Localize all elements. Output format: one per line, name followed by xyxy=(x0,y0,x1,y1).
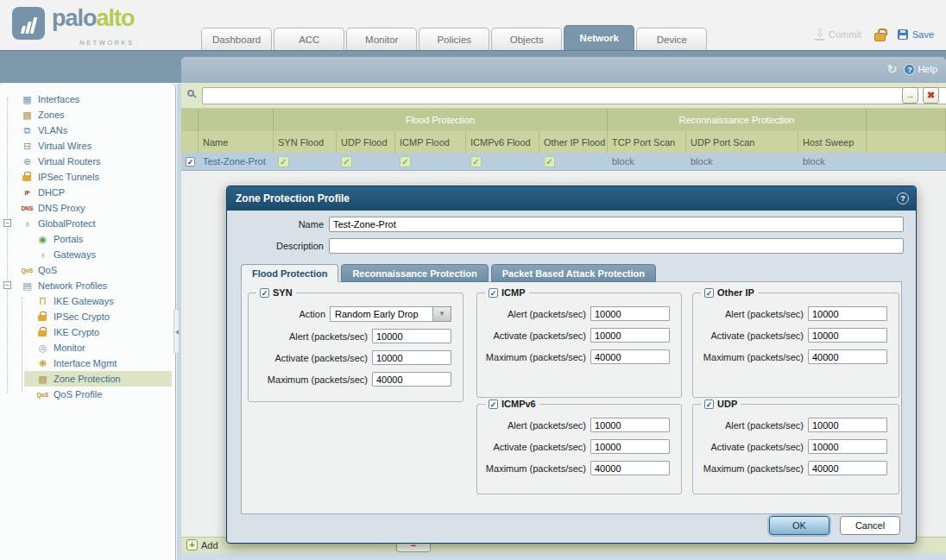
apply-filter-button[interactable]: → xyxy=(902,87,918,104)
sidebar-item-zones[interactable]: ▩Zones xyxy=(0,107,175,123)
table-row[interactable]: ✓ Test-Zone-Prot ✓ ✓ ✓ ✓ ✓ block block b… xyxy=(181,153,946,171)
udp-checkbox[interactable]: ✓ xyxy=(704,400,714,409)
tab-dashboard[interactable]: Dashboard xyxy=(201,28,272,50)
col-other-ip-flood[interactable]: Other IP Flood xyxy=(539,131,608,153)
row-name[interactable]: Test-Zone-Prot xyxy=(199,153,274,170)
filter-input[interactable] xyxy=(202,87,946,104)
dialog-tab-packet-based-attack-protection[interactable]: Packet Based Attack Protection xyxy=(491,264,656,282)
col-tcp-port-scan[interactable]: TCP Port Scan xyxy=(608,131,686,153)
icmpv6-alert-input[interactable] xyxy=(590,418,670,432)
ok-button[interactable]: OK xyxy=(769,516,829,535)
tab-policies[interactable]: Policies xyxy=(419,28,489,50)
icmpv6-maximum-input[interactable] xyxy=(590,461,670,475)
description-label: Description xyxy=(227,241,329,251)
activate-label: Activate (packets/sec) xyxy=(493,442,586,452)
alert-label: Alert (packets/sec) xyxy=(725,309,804,319)
col-udp-flood[interactable]: UDP Flood xyxy=(337,131,395,153)
syn-checkbox[interactable]: ✓ xyxy=(260,288,269,298)
other-ip-maximum-input[interactable] xyxy=(808,349,887,364)
tab-acc[interactable]: ACC xyxy=(274,28,344,50)
icmp-flood-enabled-icon: ✓ xyxy=(400,156,411,167)
dialog-tab-flood-protection[interactable]: Flood Protection xyxy=(241,264,338,282)
chevron-down-icon[interactable]: ▼ xyxy=(433,306,451,322)
sidebar-item-portals[interactable]: ◉Portals xyxy=(0,231,175,247)
syn-alert-input[interactable] xyxy=(372,329,451,343)
sidebar-item-dns-proxy[interactable]: DNSDNS Proxy xyxy=(0,200,175,216)
add-label: Add xyxy=(201,540,218,551)
sidebar-item-vlans[interactable]: ⧉VLANs xyxy=(0,123,175,138)
col-syn-flood[interactable]: SYN Flood xyxy=(274,131,337,153)
col-udp-port-scan[interactable]: UDP Port Scan xyxy=(686,131,798,153)
clear-filter-button[interactable]: ✖ xyxy=(923,87,939,104)
sidebar-item-qos-profile[interactable]: QoSQoS Profile xyxy=(0,387,175,402)
ike-crypto-icon xyxy=(36,327,49,338)
help-button[interactable]: ? Help xyxy=(904,64,937,75)
name-input[interactable] xyxy=(329,217,904,232)
col-name[interactable]: Name xyxy=(199,131,274,153)
sidebar-item-interfaces[interactable]: ▦Interfaces xyxy=(0,91,175,107)
dialog-tab-reconnaissance-protection[interactable]: Reconnaissance Protection xyxy=(341,264,488,282)
other-ip-checkbox[interactable]: ✓ xyxy=(704,288,714,298)
col-icmpv6-flood[interactable]: ICMPv6 Flood xyxy=(466,131,539,153)
activate-label: Activate (packets/sec) xyxy=(710,330,804,341)
sidebar-item-interface-mgmt[interactable]: ❋Interface Mgmt xyxy=(0,356,175,371)
tab-monitor[interactable]: Monitor xyxy=(346,28,417,50)
sidebar-item-monitor[interactable]: ◎Monitor xyxy=(0,340,175,356)
refresh-icon[interactable]: ↻ xyxy=(887,63,898,75)
icmp-checkbox[interactable]: ✓ xyxy=(489,288,498,298)
network-profiles-icon: ▤ xyxy=(21,280,34,292)
sidebar-item-zone-protection[interactable]: ▩Zone Protection xyxy=(24,371,172,387)
tab-objects[interactable]: Objects xyxy=(491,28,562,50)
ipsec-crypto-icon xyxy=(36,311,49,323)
tab-device[interactable]: Device xyxy=(636,28,707,50)
collapse-toggle-icon[interactable]: − xyxy=(3,219,11,227)
maximum-label: Maximum (packets/sec) xyxy=(703,352,804,362)
udp-alert-input[interactable] xyxy=(808,418,887,432)
sidebar-item-globalprotect[interactable]: −♁GlobalProtect xyxy=(0,216,175,231)
icmpv6-activate-input[interactable] xyxy=(590,439,670,454)
add-button[interactable]: + Add xyxy=(186,539,218,551)
sidebar-item-ike-gateways[interactable]: ΠIKE Gateways xyxy=(0,293,175,309)
sidebar-item-virtual-routers[interactable]: ⊕Virtual Routers xyxy=(0,154,175,169)
udp-activate-input[interactable] xyxy=(808,439,887,454)
cancel-button[interactable]: Cancel xyxy=(840,516,900,535)
icmpv6-checkbox[interactable]: ✓ xyxy=(489,400,498,409)
sidebar-item-ike-crypto[interactable]: IKE Crypto xyxy=(0,324,175,340)
group-header-recon: Reconnaissance Protection xyxy=(608,109,867,131)
unlock-icon[interactable] xyxy=(873,28,886,41)
sidebar-item-gateways[interactable]: ♁Gateways xyxy=(0,247,175,262)
other-ip-alert-input[interactable] xyxy=(808,306,887,321)
qos-icon: QoS xyxy=(21,267,34,274)
dialog-buttons: OK Cancel xyxy=(769,516,900,535)
save-button[interactable]: Save xyxy=(898,29,934,40)
sidebar-item-qos[interactable]: QoSQoS xyxy=(0,262,175,278)
header-actions: ⇩ Commit Save xyxy=(815,28,934,41)
sidebar-item-network-profiles[interactable]: −▤Network Profiles xyxy=(0,278,175,293)
syn-maximum-input[interactable] xyxy=(372,372,451,387)
qos-profile-icon: QoS xyxy=(36,392,49,398)
dialog-help-icon[interactable]: ? xyxy=(897,192,909,204)
col-icmp-flood[interactable]: ICMP Flood xyxy=(395,131,466,153)
sidebar-item-dhcp[interactable]: IPDHCP xyxy=(0,185,175,200)
activate-label: Activate (packets/sec) xyxy=(274,353,368,363)
udp-maximum-input[interactable] xyxy=(808,461,887,475)
commit-button[interactable]: ⇩ Commit xyxy=(815,28,861,41)
alert-label: Alert (packets/sec) xyxy=(508,309,586,319)
tab-network[interactable]: Network xyxy=(564,25,634,50)
icmp-activate-input[interactable] xyxy=(590,328,670,343)
collapse-toggle-icon[interactable]: − xyxy=(3,281,11,289)
row-checkbox[interactable]: ✓ xyxy=(186,157,195,167)
sidebar-item-virtual-wires[interactable]: ⊟Virtual Wires xyxy=(0,138,175,154)
sidebar-collapse-handle[interactable] xyxy=(173,309,180,354)
col-host-sweep[interactable]: Host Sweep xyxy=(798,131,867,153)
syn-action-select[interactable]: Random Early Drop xyxy=(330,306,433,322)
other-ip-activate-input[interactable] xyxy=(808,328,887,343)
sidebar-item-ipsec-crypto[interactable]: IPSec Crypto xyxy=(0,309,175,324)
icmp-alert-input[interactable] xyxy=(590,306,670,321)
syn-activate-input[interactable] xyxy=(372,350,451,365)
sidebar-item-ipsec-tunnels[interactable]: IPSec Tunnels xyxy=(0,169,175,185)
activate-label: Activate (packets/sec) xyxy=(493,330,586,341)
col-select[interactable] xyxy=(181,131,199,153)
icmp-maximum-input[interactable] xyxy=(590,349,670,364)
description-input[interactable] xyxy=(329,238,904,254)
